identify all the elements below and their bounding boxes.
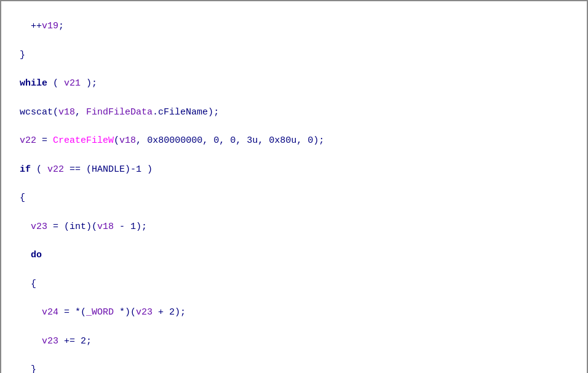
code-content: ++v19; } while ( v21 ); wcscat(v18, Find… <box>9 5 579 373</box>
code-line-8: v23 = (int)(v18 - 1); <box>9 220 579 234</box>
code-line-12: v23 += 2; <box>9 334 579 348</box>
code-line-4: wcscat(v18, FindFileData.cFileName); <box>9 105 579 119</box>
code-line-6: if ( v22 == (HANDLE)-1 ) <box>9 162 579 177</box>
code-line-10: { <box>9 277 579 291</box>
code-line-7: { <box>9 191 579 205</box>
code-line-5: v22 = CreateFileW(v18, 0x80000000, 0, 0,… <box>9 134 579 148</box>
code-line-9: do <box>9 248 579 262</box>
code-line-2: } <box>9 48 579 62</box>
code-line-13: } <box>9 363 579 373</box>
code-line-11: v24 = *(_WORD *)(v23 + 2); <box>9 305 579 319</box>
code-line-1: ++v19; <box>9 19 579 33</box>
code-viewer: ++v19; } while ( v21 ); wcscat(v18, Find… <box>0 0 588 373</box>
code-line-3: while ( v21 ); <box>9 76 579 90</box>
